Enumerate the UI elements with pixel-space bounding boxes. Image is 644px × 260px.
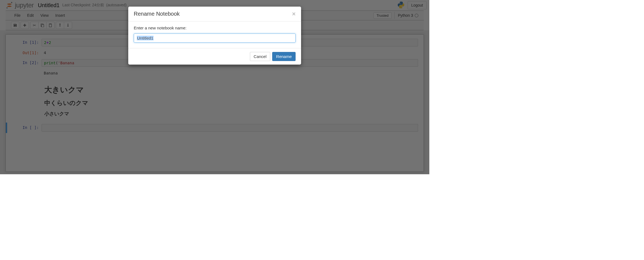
notebook-name-input[interactable]: Untitled1 xyxy=(134,34,296,43)
modal-title: Rename Notebook xyxy=(134,11,180,17)
rename-modal: Rename Notebook × Enter a new notebook n… xyxy=(128,7,301,65)
rename-button[interactable]: Rename xyxy=(272,52,296,61)
cancel-button[interactable]: Cancel xyxy=(250,52,271,61)
modal-prompt: Enter a new notebook name: xyxy=(134,26,296,30)
close-icon[interactable]: × xyxy=(292,11,296,17)
